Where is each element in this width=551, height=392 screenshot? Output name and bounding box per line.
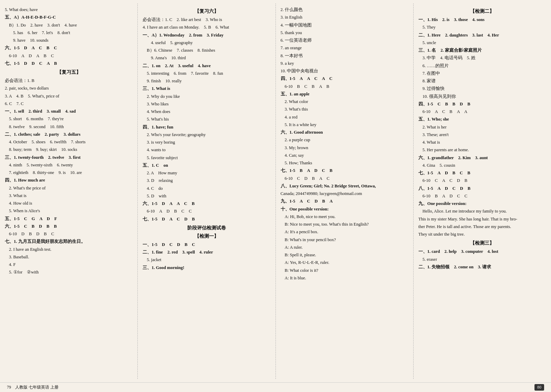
line: 七、1-5 A D B C B bbox=[418, 169, 546, 177]
line: 5. When is Alice's bbox=[5, 207, 133, 215]
line: 9. finish 10. really bbox=[143, 78, 270, 85]
line: 六、1. grandfather 2. Kim 3. aunt bbox=[418, 154, 546, 162]
footer-left-label: 79 人教版 七年级英语 上册 bbox=[7, 384, 59, 390]
line: 5. interesting 6. from 7. favorite 8. fu… bbox=[143, 70, 270, 77]
line: 四、1-5 A A C A C bbox=[281, 75, 408, 82]
line: 必会语法：1. C 2. like art best 3. Who is bbox=[143, 16, 270, 23]
line: B: What's in your pencil box? bbox=[281, 236, 408, 244]
line: 7. an orange bbox=[281, 44, 408, 52]
line: B）1. Do 2. have 3. don't 4. have bbox=[5, 22, 133, 29]
line: 4. 一幅中国地图 bbox=[281, 22, 408, 29]
line: 三、1. 名 2. 家庭合影/家庭照片 bbox=[418, 47, 546, 54]
line: Canada; 2044749980; lucygreen@hotmail.co… bbox=[281, 190, 408, 197]
line: 2. What color bbox=[281, 98, 408, 105]
column-1: 5. What does; have 五、A）A-H-E-D-B-F-G-C B… bbox=[0, 3, 138, 379]
line: 3. What's this bbox=[281, 106, 408, 113]
line: 4. C do bbox=[143, 185, 270, 192]
line: 3. Who likes bbox=[143, 101, 270, 108]
line: 八、Lucy Green; Girl; No. 2 Bridge Street,… bbox=[281, 183, 408, 190]
line: 4. October 5. shoes 6. twelfth 7. shorts bbox=[5, 138, 133, 146]
line: 9. Anna's 10. third bbox=[143, 54, 270, 62]
line: B）6. Chinese 7. classes 8. finishes bbox=[143, 47, 270, 54]
line: 3. My; brown bbox=[281, 144, 408, 152]
section-title: 【复习五】 bbox=[5, 69, 133, 75]
line: 6-10 C D B A C bbox=[281, 175, 408, 182]
line: 10. 很高兴见到你 bbox=[418, 93, 546, 100]
line: 3. is very boring bbox=[143, 139, 270, 146]
line: A: A ruler. bbox=[281, 244, 408, 251]
line: 六、1-5 C B D B B bbox=[5, 223, 133, 230]
section-title-jiance2: 【检测二】 bbox=[418, 8, 546, 14]
line: 2. Why do you like bbox=[143, 93, 270, 100]
line: 9. a key bbox=[281, 60, 408, 67]
line: 7. 在图中 bbox=[418, 70, 546, 77]
line: 2. Who's your favorite; geography bbox=[143, 131, 270, 138]
column-3: 2. 什么颜色 3. in English 4. 一幅中国地图 5. thank… bbox=[276, 3, 414, 379]
line: 8. 家谱 bbox=[418, 78, 546, 85]
line: 五、A）A-H-E-D-B-F-G-C bbox=[5, 14, 133, 21]
line: 2. a purple cup bbox=[281, 136, 408, 144]
line: 2. What is her bbox=[418, 124, 546, 131]
line: 4. a red bbox=[281, 114, 408, 121]
line: 4. Can; say bbox=[281, 152, 408, 159]
line: 7. eightieth 8. thirty-one 9. is 10. are bbox=[5, 169, 133, 176]
line: 3. 中学 4. 电话号码 5. 姓 bbox=[418, 54, 546, 62]
line: 五、1. an apple bbox=[281, 91, 408, 98]
line: 九、1-5 A C D B A bbox=[281, 198, 408, 205]
line: 5. thank you bbox=[281, 29, 408, 37]
line: 六、1-5 D A C B C bbox=[5, 44, 133, 52]
line: 4. What is bbox=[418, 139, 546, 146]
line: 八、1-5 A D C D B bbox=[418, 185, 546, 192]
line: 2. A How many bbox=[143, 169, 270, 177]
line: 四、1. How much are bbox=[5, 177, 133, 184]
footer-right-label: 80 bbox=[534, 384, 544, 391]
line: 6-10 A D A B C bbox=[5, 52, 133, 60]
line: 五、1. Who; she bbox=[418, 116, 546, 123]
line: 5. has 6. her 7. let's 8. don't bbox=[5, 29, 133, 37]
section-title-jiance1: 【检测一】 bbox=[143, 233, 270, 239]
line: 9. 过得愉快 bbox=[418, 85, 546, 92]
line: 5. How; Thanks bbox=[281, 159, 408, 167]
line: 2. I have an English test. bbox=[5, 246, 133, 253]
line: 4. F bbox=[5, 261, 133, 268]
line: They sit under the big tree. bbox=[418, 231, 546, 238]
line: ther Peter. He is tall and active. Those… bbox=[418, 223, 546, 230]
line: B: Nice to meet you, too. What's this in… bbox=[281, 221, 408, 228]
line: 一、1. His 2. is 3. those 4. sons bbox=[418, 16, 546, 23]
line: 5. What does; have bbox=[5, 6, 133, 13]
line: 3. D relaxing bbox=[143, 177, 270, 184]
line: 6-10 A C B A A bbox=[418, 108, 546, 115]
line: B: What color is it? bbox=[281, 267, 408, 274]
line: 七、1-5 D D C A B bbox=[5, 60, 133, 67]
column-4: 【检测二】 一、1. His 2. is 3. those 4. sons 5.… bbox=[414, 3, 551, 379]
line: 2. What's the price of bbox=[5, 185, 133, 192]
line: 5. jacket bbox=[143, 256, 270, 264]
line: 五、1-5 C G A D F bbox=[5, 215, 133, 223]
line: Hello, Alice. Let me introduce my family… bbox=[418, 208, 546, 215]
line: 二、1. on 2. At 3. useful 4. have bbox=[143, 62, 270, 70]
line: 4. Gina 5. cousin bbox=[418, 162, 546, 169]
line: 5. favorite subject bbox=[143, 154, 270, 162]
line: 9. have 10. sounds bbox=[5, 37, 133, 44]
line: 5. It is a white key bbox=[281, 121, 408, 128]
line: 必会语法：1. B bbox=[5, 77, 133, 84]
column-2: 【复习六】 必会语法：1. C 2. like art best 3. Who … bbox=[138, 3, 276, 379]
line: B: Spell it, please. bbox=[281, 251, 408, 259]
line: 6-10 C A C D B bbox=[418, 177, 546, 184]
line: 6. 一位英语老师 bbox=[281, 37, 408, 44]
line: 三、1. twenty-fourth 2. twelve 3. first bbox=[5, 154, 133, 161]
line: 3. These; aren't bbox=[418, 131, 546, 138]
line: 六、1-5 D A A C B bbox=[143, 200, 270, 207]
line: 3. A 4. B 5. What's, price of bbox=[5, 93, 133, 100]
line: 三、1. Good morning! bbox=[143, 264, 270, 271]
line: 6-10 A D B C C bbox=[143, 208, 270, 215]
line: 5. ①for ②with bbox=[5, 269, 133, 276]
line: A: Hi, Bob, nice to meet you. bbox=[281, 213, 408, 220]
line: 5. Her parents are at home. bbox=[418, 146, 546, 154]
line: 4. ninth 5. twenty-sixth 6. twenty bbox=[5, 162, 133, 169]
line: 5. What's his bbox=[143, 116, 270, 123]
line: 10. 中国中央电视台 bbox=[281, 68, 408, 75]
line: 5. eraser bbox=[418, 256, 546, 263]
line: 四、1. have; fun bbox=[143, 124, 270, 131]
line: 4. I have an art class on Monday. 5. B 6… bbox=[143, 24, 270, 31]
